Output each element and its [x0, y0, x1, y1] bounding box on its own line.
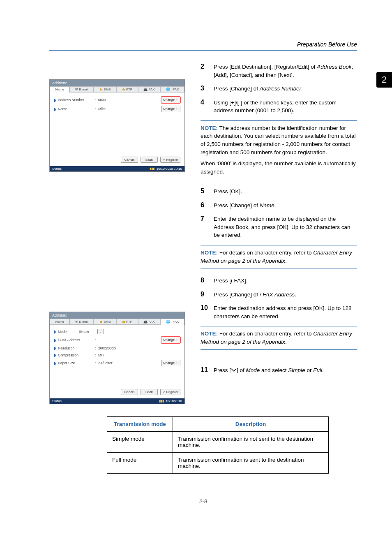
tab-fax[interactable]: 📠 FAX — [138, 86, 160, 92]
dialog-footer: Cancel Back ⤶ Register — [50, 154, 184, 166]
cell-mode: Full mode — [107, 453, 173, 474]
step-number: 9 — [201, 291, 207, 299]
row-value: 200x200dpi — [98, 346, 180, 350]
note-body: The address number is the identification… — [201, 125, 356, 155]
tab-name[interactable]: Name — [50, 86, 69, 92]
bullet-icon: ◗ — [54, 338, 58, 342]
note-body-pre: For details on character entry, refer to — [218, 250, 313, 256]
bullet-icon: ◗ — [54, 107, 58, 111]
table-header-desc: Description — [173, 417, 329, 432]
status-bar: Status ▮▮▮ 10/10/2010 — [50, 398, 184, 404]
step-body: Press [] of Mode and select Simple or Fu… — [214, 366, 324, 375]
row-paper-size: ◗ Paper Size : A4/Letter Change〉 — [54, 360, 180, 366]
note-body-2: When ‘0000’ is displayed, the number ava… — [201, 160, 357, 176]
register-button[interactable]: ⤶ Register — [160, 157, 180, 163]
step-number: 8 — [201, 277, 207, 285]
fax-icon: 📠 — [143, 88, 148, 91]
step-8: 8 Press [i-FAX]. — [201, 277, 357, 285]
step-body: Press [i-FAX]. — [214, 277, 248, 285]
colon: : — [93, 338, 98, 342]
fax-icon: 📠 — [143, 320, 148, 324]
row-address-number: ◗ Address Number : 0033 Change〉 — [54, 97, 180, 103]
colon: : — [93, 107, 98, 111]
step-body: Press [Edit Destination], [Register/Edit… — [214, 63, 357, 79]
colon: : — [93, 361, 98, 365]
step-number: 10 — [201, 304, 207, 320]
row-label: Resolution — [58, 346, 93, 350]
step-number: 3 — [201, 85, 207, 93]
tab-email[interactable]: ✉ E-mail — [69, 319, 94, 325]
folder-icon: 🖿 — [99, 320, 104, 324]
step-body: Press [Change] of i-FAX Address. — [214, 291, 296, 299]
folder-icon: 🖿 — [122, 88, 126, 91]
step-body: Press [Change] of Name. — [214, 201, 276, 210]
folder-icon: 🖿 — [99, 88, 104, 91]
note-2: NOTE: For details on character entry, re… — [201, 245, 357, 268]
step-body: Press [Change] of Address Number. — [214, 85, 303, 93]
bullet-icon: ◗ — [54, 329, 58, 334]
tab-ftp[interactable]: 🖿 FTP — [116, 86, 138, 92]
step-2: 2 Press [Edit Destination], [Register/Ed… — [201, 63, 357, 79]
back-button[interactable]: Back — [141, 157, 158, 163]
step-4: 4 Using [+]/[-] or the numeric keys, ent… — [201, 99, 357, 115]
change-button[interactable]: Change〉 — [161, 97, 180, 103]
row-value: 0033 — [98, 98, 161, 102]
chapter-tab: 2 — [376, 72, 392, 88]
change-button[interactable]: Change〉 — [161, 106, 180, 112]
mail-icon: ✉ — [75, 88, 79, 91]
enter-icon: ⤶ — [162, 158, 166, 162]
tab-email[interactable]: ✉ E-mail — [69, 86, 94, 92]
row-ifax-address: ◗ i-FAX Address : Change〉 — [54, 337, 180, 343]
tab-smb[interactable]: 🖿 SMB — [94, 319, 116, 325]
step-body: Using [+]/[-] or the numeric keys, enter… — [214, 99, 357, 115]
arrow-icon: 〉 — [175, 107, 178, 110]
row-label: Address Number — [58, 98, 93, 102]
right-column: 2 Press [Edit Destination], [Register/Ed… — [201, 63, 357, 380]
row-value: MH — [98, 353, 180, 357]
step-6: 6 Press [Change] of Name. — [201, 201, 357, 210]
change-button[interactable]: Change〉 — [161, 337, 180, 343]
tab-fax[interactable]: 📠 FAX — [138, 319, 160, 325]
note-body-pre: For details on character entry, refer to — [218, 331, 313, 337]
row-resolution: ◗ Resolution : 200x200dpi — [54, 346, 180, 350]
tab-ifax[interactable]: 🌐 i-FAX — [160, 86, 184, 92]
cancel-button[interactable]: Cancel — [121, 389, 138, 395]
page-number: 2-9 — [49, 498, 357, 504]
transmission-table: Transmission mode Description Simple mod… — [107, 416, 329, 474]
note-label: NOTE: — [201, 331, 218, 337]
row-label: Paper Size — [58, 361, 93, 365]
statusbar-icon: ▮▮▮ — [150, 167, 154, 171]
tab-ifax[interactable]: 🌐 i-FAX — [160, 319, 184, 325]
statusbar-icon: ▮▮▮ — [159, 399, 164, 403]
tab-ftp[interactable]: 🖿 FTP — [116, 319, 138, 325]
dropdown-toggle[interactable]: ⌄ — [97, 329, 104, 334]
back-button[interactable]: Back — [141, 389, 158, 395]
tab-smb[interactable]: 🖿 SMB — [94, 86, 116, 92]
register-button[interactable]: ⤶ Register — [160, 389, 180, 395]
step-number: 6 — [201, 201, 207, 210]
change-button[interactable]: Change〉 — [161, 360, 180, 366]
dialog-footer: Cancel Back ⤶ Register — [50, 386, 184, 398]
status-label[interactable]: Status — [52, 167, 62, 171]
step-5: 5 Press [OK]. — [201, 187, 357, 196]
cell-mode: Simple mode — [107, 432, 173, 453]
note-1: NOTE: The address number is the identifi… — [201, 120, 357, 179]
row-compression: ◗ Compression : MH — [54, 353, 180, 357]
bullet-icon: ◗ — [54, 98, 58, 102]
enter-icon: ⤶ — [162, 390, 166, 394]
bullet-icon: ◗ — [54, 353, 58, 357]
step-number: 2 — [201, 63, 207, 79]
row-label: i-FAX Address — [58, 338, 93, 342]
step-body: Enter the destination name to be display… — [214, 215, 357, 239]
globe-icon: 🌐 — [166, 88, 171, 91]
bullet-icon: ◗ — [54, 361, 58, 365]
arrow-icon: 〉 — [175, 338, 178, 341]
tab-name[interactable]: Name — [50, 319, 69, 325]
mode-dropdown[interactable]: Simple — [77, 329, 97, 334]
row-label: Name — [58, 107, 93, 111]
status-label[interactable]: Status — [52, 399, 62, 403]
row-label: Mode — [58, 330, 77, 334]
step-number: 5 — [201, 187, 207, 196]
cancel-button[interactable]: Cancel — [121, 157, 138, 163]
table-row: Simple mode Transmission confirmation is… — [107, 432, 329, 453]
